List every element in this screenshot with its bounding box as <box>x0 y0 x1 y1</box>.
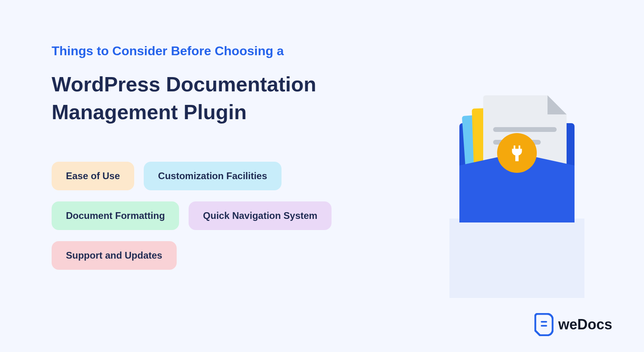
plug-badge <box>497 133 537 173</box>
text-line <box>493 127 557 132</box>
title-line-2: Management Plugin <box>52 101 247 124</box>
folder-illustration <box>442 99 592 298</box>
brand-logo: weDocs <box>534 313 612 336</box>
pill-navigation: Quick Navigation System <box>189 201 332 230</box>
pedestal-shape <box>449 219 584 298</box>
subtitle: Things to Consider Before Choosing a <box>52 44 644 58</box>
logo-icon <box>534 313 553 336</box>
plug-icon <box>507 143 527 163</box>
pill-ease-of-use: Ease of Use <box>52 162 134 190</box>
pill-customization: Customization Facilities <box>144 162 282 190</box>
title-line-1: WordPress Documentation <box>52 73 316 96</box>
svg-rect-0 <box>541 321 547 323</box>
pill-support: Support and Updates <box>52 241 177 270</box>
brand-name: weDocs <box>558 316 612 333</box>
svg-rect-1 <box>541 325 547 327</box>
pill-formatting: Document Formatting <box>52 201 179 230</box>
